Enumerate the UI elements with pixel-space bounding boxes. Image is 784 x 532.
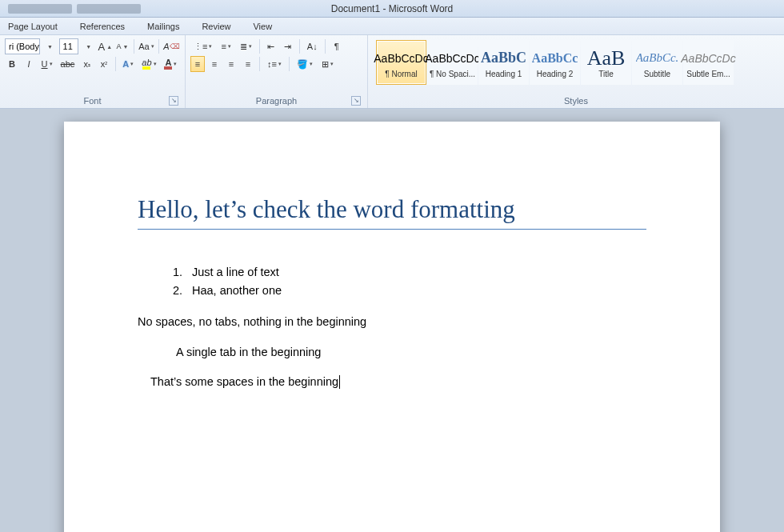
style-item[interactable]: AaBbCcHeading 2 [530, 40, 580, 85]
window-title: Document1 - Microsoft Word [331, 3, 454, 14]
subscript-button[interactable]: x₂ [80, 56, 94, 72]
justify-button[interactable]: ≡ [241, 56, 255, 72]
font-size-combo[interactable]: 11 [59, 38, 78, 54]
bold-button[interactable]: B [5, 56, 19, 72]
style-name: ¶ Normal [377, 70, 426, 78]
bullets-icon: ⋮≡ [194, 42, 207, 52]
highlight-button[interactable]: ab▾ [139, 56, 159, 72]
bullets-button[interactable]: ⋮≡▾ [190, 38, 215, 54]
line-spacing-icon: ↕≡ [267, 59, 277, 69]
style-name: Heading 1 [479, 70, 528, 78]
styles-group-label: Styles [564, 96, 588, 106]
paragraph-spaced[interactable]: That’s some spaces in the beginning [138, 373, 646, 391]
style-preview: AaB [587, 47, 626, 70]
superscript-button[interactable]: x² [97, 56, 111, 72]
paint-bucket-icon: 🪣 [297, 59, 308, 70]
shading-button[interactable]: 🪣▾ [294, 56, 316, 72]
group-font: ri (Body) ▼ 11 ▼ A▲ A▼ Aa▾ A⌫ B I U▾ abc… [0, 35, 186, 108]
list-item[interactable]: Just a line of text [186, 263, 646, 282]
browser-tabs-hint [8, 4, 141, 14]
font-group-label: Font [83, 96, 101, 106]
paragraph-tabbed[interactable]: A single tab in the beginning [138, 343, 646, 362]
font-name-dropdown[interactable]: ▼ [42, 38, 57, 54]
document-page[interactable]: Hello, let’s check the word formatting J… [64, 122, 720, 532]
style-preview: AaBbC [481, 47, 526, 70]
numbering-button[interactable]: ≡▾ [218, 38, 234, 54]
pilcrow-icon: ¶ [334, 42, 339, 51]
document-heading[interactable]: Hello, let’s check the word formatting [138, 195, 646, 230]
ribbon-tabs: Page Layout References Mailings Review V… [0, 18, 784, 35]
style-preview: AaBbCcDc [374, 47, 428, 70]
paragraph-plain[interactable]: No spaces, no tabs, nothing in the begin… [138, 313, 646, 331]
justify-icon: ≡ [246, 59, 250, 69]
numbered-list[interactable]: Just a line of text Haa, another one [138, 263, 646, 300]
font-dialog-launcher[interactable]: ↘ [169, 96, 178, 106]
font-name-combo[interactable]: ri (Body) [5, 38, 40, 54]
style-name: Title [582, 70, 630, 78]
strikethrough-button[interactable]: abc [58, 56, 78, 72]
align-center-button[interactable]: ≡ [207, 56, 222, 72]
style-item[interactable]: AaBbCcDc¶ No Spaci... [427, 40, 478, 85]
style-preview: AaBbCc [532, 47, 578, 70]
style-item[interactable]: AaBbCHeading 1 [478, 40, 529, 85]
font-size-dropdown[interactable]: ▼ [81, 38, 95, 54]
text-effects-button[interactable]: A▾ [120, 56, 137, 72]
increase-indent-button[interactable]: ⇥ [281, 38, 295, 54]
font-color-button[interactable]: A▾ [162, 56, 180, 72]
align-right-icon: ≡ [229, 59, 234, 69]
tab-page-layout[interactable]: Page Layout [5, 20, 61, 33]
italic-button[interactable]: I [22, 56, 36, 72]
style-name: Subtitle [633, 70, 682, 78]
indent-icon: ⇥ [284, 42, 291, 52]
borders-icon: ⊞ [322, 59, 329, 70]
tab-review[interactable]: Review [198, 20, 234, 33]
titlebar: Document1 - Microsoft Word [0, 0, 784, 18]
tab-view[interactable]: View [250, 20, 275, 33]
style-item[interactable]: AaBbCcDcSubtle Em... [683, 40, 734, 85]
paragraph-dialog-launcher[interactable]: ↘ [351, 96, 361, 106]
shrink-font-button[interactable]: A▼ [115, 38, 130, 54]
multilevel-list-button[interactable]: ≣▾ [237, 38, 255, 54]
style-name: ¶ No Spaci... [428, 70, 477, 78]
style-name: Subtle Em... [684, 70, 733, 78]
group-paragraph: ⋮≡▾ ≡▾ ≣▾ ⇤ ⇥ A↓ ¶ ≡ ≡ ≡ ≡ ↕≡▾ 🪣▾ ⊞▾ [186, 35, 368, 108]
style-item[interactable]: AaBbCcDc¶ Normal [376, 40, 426, 85]
underline-button[interactable]: U▾ [38, 56, 55, 72]
line-spacing-button[interactable]: ↕≡▾ [264, 56, 285, 72]
style-preview: AaBbCcDc [425, 47, 479, 70]
style-item[interactable]: AaBTitle [581, 40, 631, 85]
outdent-icon: ⇤ [267, 42, 274, 52]
styles-gallery[interactable]: AaBbCcDc¶ NormalAaBbCcDc¶ No Spaci...AaB… [373, 38, 779, 86]
grow-font-button[interactable]: A▲ [98, 38, 113, 54]
align-left-icon: ≡ [195, 59, 200, 69]
tab-references[interactable]: References [77, 20, 128, 33]
ribbon: ri (Body) ▼ 11 ▼ A▲ A▼ Aa▾ A⌫ B I U▾ abc… [0, 35, 784, 109]
decrease-indent-button[interactable]: ⇤ [264, 38, 278, 54]
style-preview: AaBbCc. [636, 47, 679, 70]
tab-mailings[interactable]: Mailings [144, 20, 182, 33]
document-workspace[interactable]: Hello, let’s check the word formatting J… [0, 109, 784, 532]
clear-formatting-button[interactable]: A⌫ [163, 38, 180, 54]
align-left-button[interactable]: ≡ [190, 56, 205, 72]
multilevel-icon: ≣ [240, 42, 247, 52]
numbering-icon: ≡ [221, 42, 226, 51]
sort-icon: A↓ [307, 42, 318, 51]
borders-button[interactable]: ⊞▾ [318, 56, 337, 72]
align-right-button[interactable]: ≡ [224, 56, 238, 72]
paragraph-group-label: Paragraph [256, 96, 297, 106]
style-preview: AaBbCcDc [681, 47, 735, 70]
list-item[interactable]: Haa, another one [186, 282, 646, 300]
change-case-button[interactable]: Aa▾ [138, 38, 155, 54]
style-item[interactable]: AaBbCc.Subtitle [632, 40, 682, 85]
text-cursor [339, 375, 340, 389]
show-marks-button[interactable]: ¶ [330, 38, 344, 54]
document-body[interactable]: Just a line of text Haa, another one No … [138, 263, 646, 391]
sort-button[interactable]: A↓ [304, 38, 321, 54]
style-name: Heading 2 [530, 70, 579, 78]
group-styles: AaBbCcDc¶ NormalAaBbCcDc¶ No Spaci...AaB… [368, 35, 784, 108]
align-center-icon: ≡ [212, 59, 217, 69]
